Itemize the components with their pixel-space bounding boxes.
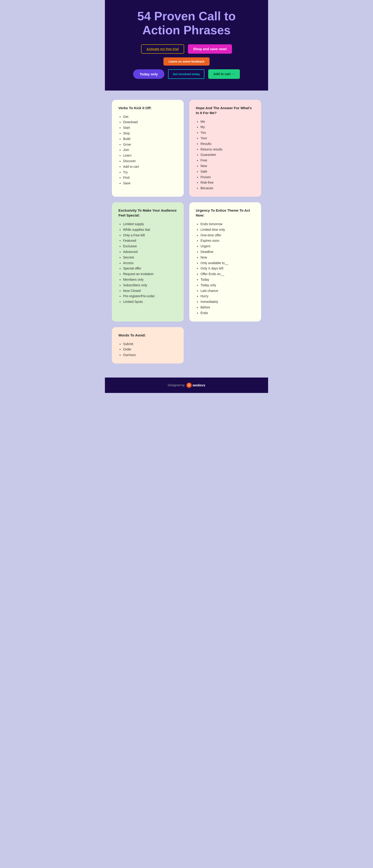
cards-mid-grid: Exclusivity To Make Your Audience Feel S… (112, 202, 261, 321)
list-item: Secrets (123, 255, 177, 260)
list-item: Urgent (201, 244, 255, 249)
list-item: Deadline (201, 249, 255, 255)
list-item: Only a Few left (123, 232, 177, 238)
list-item: Advanced (123, 249, 177, 255)
list-item: Access (123, 260, 177, 266)
list-item: Start (123, 125, 177, 131)
urgency-card-title: Urgency To Entice Theme To Act Now: (196, 208, 255, 218)
list-item: Submit (123, 341, 177, 347)
wedevs-logo: w wedevs (186, 383, 205, 388)
list-item: Save (123, 181, 177, 186)
list-item: Your (201, 135, 255, 141)
cards-bottom-row: Words To Avoid: Submit Order Our/ours (112, 327, 261, 364)
header: 54 Proven Call to Action Phrases Activat… (105, 0, 268, 91)
list-item: Now (201, 255, 255, 260)
list-item: Order (123, 347, 177, 352)
avoid-list: Submit Order Our/ours (118, 341, 177, 358)
title-line2: Action Phrases (142, 23, 231, 37)
shop-button[interactable]: Shop and save now! (188, 44, 232, 54)
list-item: Limited Spots (123, 299, 177, 305)
exclusivity-card: Exclusivity To Make Your Audience Feel S… (112, 202, 184, 321)
list-item: Risk-free (201, 180, 255, 186)
list-item: Returns results (201, 147, 255, 152)
exclusivity-list: Limited supply While supplies last Only … (118, 221, 177, 305)
avoid-card-title: Words To Avoid: (118, 333, 177, 338)
urgency-list: Ends tomorrow Limited time only One-time… (196, 221, 255, 316)
list-item: Our/ours (123, 352, 177, 358)
list-item: Exclusive (123, 244, 177, 249)
title-line1: 54 Proven Call to (137, 9, 236, 23)
verbs-card-title: Verbs To Kick it Off: (118, 105, 177, 111)
list-item: Last chance (201, 288, 255, 294)
add-to-cart-button[interactable]: Add to cart → (208, 69, 240, 79)
list-item: Pre-register/Pre-order (123, 293, 177, 299)
list-item: Special offer (123, 266, 177, 271)
list-item: Results (201, 141, 255, 147)
buttons-row-1: Activate my free trial Shop and save now… (116, 44, 257, 66)
list-item: Proven (201, 175, 255, 180)
list-item: Immediately (201, 299, 255, 305)
main-content: Verbs To Kick it Off: Get Download Start… (105, 91, 268, 377)
list-item: Because (201, 186, 255, 191)
list-item: Grow (123, 142, 177, 148)
list-item: Free (201, 158, 255, 163)
list-item: Now Closed (123, 288, 177, 294)
list-item: Expires soon (201, 238, 255, 244)
list-item: My (201, 124, 255, 130)
list-item: Add to cart (123, 164, 177, 169)
list-item: Today only (201, 283, 255, 288)
buttons-row-2: Today only Get involved today Add to car… (116, 69, 257, 79)
list-item: Members only (123, 277, 177, 283)
avoid-card: Words To Avoid: Submit Order Our/ours (112, 327, 184, 364)
hope-card: Hope And The Answer For What's In It For… (189, 100, 261, 197)
list-item: Only X days left (201, 266, 255, 271)
wedevs-brand: wedevs (193, 383, 205, 387)
exclusivity-card-title: Exclusivity To Make Your Audience Feel S… (118, 208, 177, 218)
verbs-card: Verbs To Kick it Off: Get Download Start… (112, 100, 184, 197)
footer-content: Designed by w wedevs (110, 383, 263, 388)
list-item: Request an invitation (123, 271, 177, 277)
list-item: Ends tomorrow (201, 221, 255, 227)
list-item: Hurry (201, 293, 255, 299)
hope-card-title: Hope And The Answer For What's In It For… (196, 105, 255, 115)
feedback-button[interactable]: Leave us some feedback (163, 57, 209, 66)
hope-list: Me My You Your Results Returns results G… (196, 119, 255, 191)
list-item: Find (123, 175, 177, 181)
list-item: Build (123, 136, 177, 142)
list-item: Stop (123, 131, 177, 136)
page-title: 54 Proven Call to Action Phrases (116, 9, 257, 37)
list-item: Learn (123, 153, 177, 158)
get-involved-button[interactable]: Get involved today (168, 69, 204, 79)
list-item: One-time offer (201, 232, 255, 238)
list-item: Only available to__ (201, 260, 255, 266)
wedevs-icon: w (186, 383, 192, 388)
list-item: Featured (123, 238, 177, 244)
list-item: Guarantee (201, 152, 255, 158)
urgency-card: Urgency To Entice Theme To Act Now: Ends… (189, 202, 261, 321)
list-item: Ends (201, 310, 255, 316)
list-item: Get (123, 114, 177, 120)
list-item: You (201, 130, 255, 135)
list-item: Download (123, 120, 177, 125)
activate-button[interactable]: Activate my free trial (141, 44, 184, 54)
list-item: Me (201, 119, 255, 125)
cards-top-grid: Verbs To Kick it Off: Get Download Start… (112, 100, 261, 197)
list-item: Discover (123, 158, 177, 164)
list-item: Limited supply (123, 221, 177, 227)
list-item: Before (201, 305, 255, 310)
list-item: Safe (201, 169, 255, 175)
list-item: Join (123, 147, 177, 153)
designed-by-text: Designed by (168, 383, 184, 387)
list-item: Today (201, 277, 255, 283)
list-item: New (201, 163, 255, 169)
footer: Designed by w wedevs (105, 377, 268, 393)
verbs-list: Get Download Start Stop Build Grow Join … (118, 114, 177, 186)
list-item: Try (123, 169, 177, 175)
list-item: Limited time only (201, 227, 255, 232)
list-item: While supplies last (123, 227, 177, 232)
today-only-button[interactable]: Today only (133, 69, 164, 79)
list-item: Offer Ends on__ (201, 271, 255, 277)
list-item: Subscribers only (123, 283, 177, 288)
